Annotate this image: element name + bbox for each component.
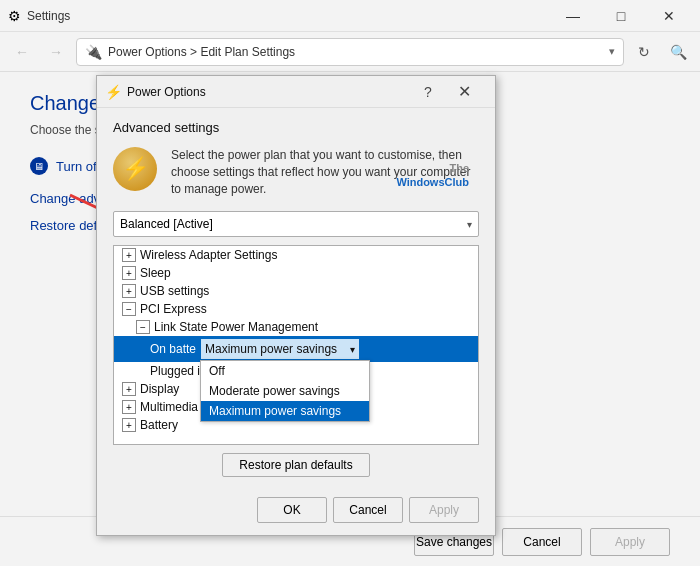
expand-sleep-icon[interactable]: + xyxy=(122,266,136,280)
inline-dropdown-container: Maximum power savings ▾ Off Moderate pow… xyxy=(200,338,360,360)
dialog-footer: OK Cancel Apply xyxy=(97,489,495,535)
window-title: Settings xyxy=(27,9,70,23)
refresh-button[interactable]: ↻ xyxy=(630,38,658,66)
maximize-button[interactable]: □ xyxy=(598,0,644,32)
address-chevron: ▾ xyxy=(609,45,615,58)
tree-on-battery[interactable]: On batte Maximum power savings ▾ Off Mod… xyxy=(114,336,478,362)
address-bar: ← → 🔌 Power Options > Edit Plan Settings… xyxy=(0,32,700,72)
ok-button[interactable]: OK xyxy=(257,497,327,523)
bottom-cancel-button[interactable]: Cancel xyxy=(502,528,582,556)
tree-usb[interactable]: + USB settings xyxy=(114,282,478,300)
power-icon-area: ⚡ xyxy=(113,147,161,195)
close-button[interactable]: ✕ xyxy=(646,0,692,32)
expand-multimedia-icon[interactable]: + xyxy=(122,400,136,414)
watermark-line2: WindowsClub xyxy=(396,175,469,189)
wireless-label: Wireless Adapter Settings xyxy=(140,248,277,262)
address-icon: 🔌 xyxy=(85,44,102,60)
window-icon: ⚙ xyxy=(8,8,21,24)
on-battery-value: Maximum power savings xyxy=(205,342,346,356)
watermark: The WindowsClub xyxy=(396,161,469,190)
tree-link-state[interactable]: − Link State Power Management xyxy=(114,318,478,336)
plan-dropdown-arrow-icon: ▾ xyxy=(467,219,472,230)
plan-dropdown-text: Balanced [Active] xyxy=(120,217,467,231)
pci-label: PCI Express xyxy=(140,302,207,316)
sleep-label: Sleep xyxy=(140,266,171,280)
tree-sleep[interactable]: + Sleep xyxy=(114,264,478,282)
cancel-button[interactable]: Cancel xyxy=(333,497,403,523)
option-off[interactable]: Off xyxy=(201,361,369,381)
on-battery-dropdown[interactable]: Maximum power savings ▾ xyxy=(200,338,360,360)
display-label: Display xyxy=(140,382,179,396)
bottom-apply-button[interactable]: Apply xyxy=(590,528,670,556)
apply-button[interactable]: Apply xyxy=(409,497,479,523)
plan-dropdown[interactable]: Balanced [Active] ▾ xyxy=(113,211,479,237)
back-button[interactable]: ← xyxy=(8,38,36,66)
expand-linkstate-icon[interactable]: − xyxy=(136,320,150,334)
watermark-line1: The xyxy=(396,161,469,175)
minimize-button[interactable]: — xyxy=(550,0,596,32)
option-moderate[interactable]: Moderate power savings xyxy=(201,381,369,401)
power-icon: ⚡ xyxy=(122,156,149,182)
dialog-close-button[interactable]: ✕ xyxy=(441,76,487,108)
restore-area: Restore plan defaults xyxy=(113,453,479,477)
address-input[interactable]: 🔌 Power Options > Edit Plan Settings ▾ xyxy=(76,38,624,66)
on-battery-dropdown-arrow: ▾ xyxy=(350,344,355,355)
search-button[interactable]: 🔍 xyxy=(664,38,692,66)
dialog-body: Advanced settings ⚡ Select the power pla… xyxy=(97,108,495,489)
expand-battery-icon[interactable]: + xyxy=(122,418,136,432)
dropdown-popup: Off Moderate power savings Maximum power… xyxy=(200,360,370,422)
dialog-titlebar: ⚡ Power Options ? ✕ xyxy=(97,76,495,108)
forward-button[interactable]: → xyxy=(42,38,70,66)
title-bar: ⚙ Settings — □ ✕ xyxy=(0,0,700,32)
power-options-dialog: ⚡ Power Options ? ✕ Advanced settings ⚡ … xyxy=(96,75,496,536)
option-maximum[interactable]: Maximum power savings xyxy=(201,401,369,421)
usb-label: USB settings xyxy=(140,284,209,298)
setting-icon-1: 🖥 xyxy=(30,157,48,175)
address-path: Power Options > Edit Plan Settings xyxy=(108,45,295,59)
battery-label: Battery xyxy=(140,418,178,432)
tree-pci[interactable]: − PCI Express xyxy=(114,300,478,318)
title-bar-controls: — □ ✕ xyxy=(550,0,692,32)
restore-plan-button[interactable]: Restore plan defaults xyxy=(222,453,369,477)
linkstate-label: Link State Power Management xyxy=(154,320,318,334)
tree-wireless-adapter[interactable]: + Wireless Adapter Settings xyxy=(114,246,478,264)
expand-display-icon[interactable]: + xyxy=(122,382,136,396)
dialog-title: Power Options xyxy=(127,85,415,99)
power-icon-circle: ⚡ xyxy=(113,147,157,191)
expand-usb-icon[interactable]: + xyxy=(122,284,136,298)
expand-pci-icon[interactable]: − xyxy=(122,302,136,316)
advanced-settings-label: Advanced settings xyxy=(113,120,479,135)
dialog-icon: ⚡ xyxy=(105,84,121,100)
expand-wireless-icon[interactable]: + xyxy=(122,248,136,262)
settings-tree[interactable]: + Wireless Adapter Settings + Sleep + US… xyxy=(113,245,479,445)
dialog-help-button[interactable]: ? xyxy=(415,79,441,105)
on-battery-label: On batte xyxy=(150,342,196,356)
description-area: ⚡ Select the power plan that you want to… xyxy=(113,147,479,197)
